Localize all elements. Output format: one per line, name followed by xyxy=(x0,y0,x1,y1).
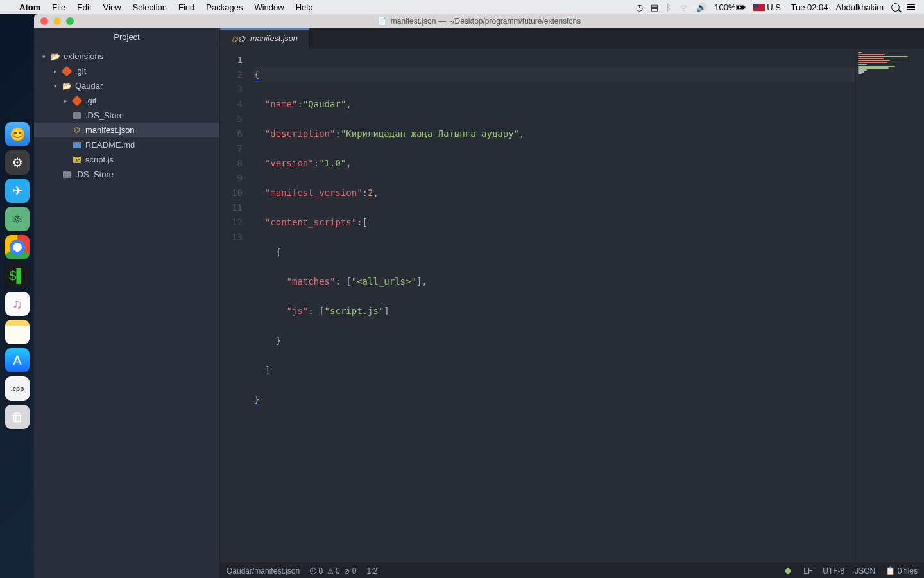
tab-manifest[interactable]: ⌬ manifest.json xyxy=(220,28,310,49)
js-file-icon xyxy=(73,157,81,163)
document-icon: 📄 xyxy=(377,17,387,26)
dock-notes-icon[interactable] xyxy=(5,320,30,344)
status-file-path[interactable]: Qaudar/manifest.json xyxy=(227,566,300,575)
status-files-count[interactable]: 📋 0 files xyxy=(886,566,918,575)
file-icon xyxy=(73,112,81,119)
tree-label: .git xyxy=(75,66,86,76)
status-encoding[interactable]: UTF-8 xyxy=(823,566,844,575)
volume-icon[interactable]: 🔊 xyxy=(696,3,706,12)
tree-label: .git xyxy=(85,96,96,105)
dock-appstore-icon[interactable]: A xyxy=(5,348,30,372)
menu-find[interactable]: Find xyxy=(178,3,194,12)
user-menu[interactable]: Abdulkhakim xyxy=(836,3,884,12)
folder-open-icon xyxy=(62,82,71,91)
svg-rect-2 xyxy=(744,6,745,8)
project-tree[interactable]: ▾ extensions ▸ .git ▾ Qaudar ▸ . xyxy=(34,46,219,578)
notification-center-icon[interactable] xyxy=(907,4,915,10)
tree-label: .DS_Store xyxy=(75,170,114,179)
spotlight-icon[interactable] xyxy=(891,3,900,12)
window-title: 📄 manifest.json — ~/Desktop/programm/fut… xyxy=(34,17,924,26)
status-cursor-position[interactable]: 1:2 xyxy=(367,566,378,575)
atom-window: 📄 manifest.json — ~/Desktop/programm/fut… xyxy=(34,14,924,578)
git-icon xyxy=(72,95,83,106)
tree-file-script[interactable]: script.js xyxy=(34,152,219,167)
dock-atom-icon[interactable]: ⚛ xyxy=(5,207,30,231)
clock[interactable]: Tue 02:04 xyxy=(791,3,828,12)
dock-cpp-file-icon[interactable]: .cpp xyxy=(5,376,30,401)
tree-label: README.md xyxy=(85,140,135,150)
active-app-name[interactable]: Atom xyxy=(19,3,40,12)
menu-file[interactable]: File xyxy=(52,3,65,12)
menu-edit[interactable]: Edit xyxy=(77,3,91,12)
editor-pane: ⌬ manifest.json 12345678910111213 { "nam… xyxy=(220,28,924,578)
tree-label: extensions xyxy=(64,51,103,61)
window-titlebar[interactable]: 📄 manifest.json — ~/Desktop/programm/fut… xyxy=(34,14,924,28)
dock-terminal-icon[interactable]: $▌ xyxy=(5,263,30,288)
folder-open-icon xyxy=(51,52,60,61)
dock-telegram-icon[interactable]: ✈ xyxy=(5,179,30,203)
menu-help[interactable]: Help xyxy=(296,3,313,12)
menu-window[interactable]: Window xyxy=(254,3,284,12)
input-source[interactable]: U.S. xyxy=(753,3,783,12)
dock-itunes-icon[interactable]: ♫ xyxy=(5,292,30,316)
wifi-icon[interactable] xyxy=(679,3,689,12)
tree-label: Qaudar xyxy=(75,81,103,91)
display-icon[interactable]: ▤ xyxy=(651,3,658,12)
file-icon xyxy=(63,171,71,178)
warning-icon xyxy=(327,566,334,575)
project-sidebar: Project ▾ extensions ▸ .git ▾ Qaudar xyxy=(34,28,220,578)
status-diagnostics[interactable]: 0 0 0 xyxy=(310,566,356,575)
text-editor[interactable]: 12345678910111213 { "name":"Qaudar", "de… xyxy=(220,49,855,563)
chevron-down-icon[interactable]: ▾ xyxy=(40,53,47,60)
menu-packages[interactable]: Packages xyxy=(206,3,243,12)
tree-file-manifest[interactable]: manifest.json xyxy=(34,123,219,137)
timemachine-icon[interactable]: ◷ xyxy=(636,3,643,12)
dock-settings-icon[interactable]: ⚙ xyxy=(5,150,30,175)
error-icon xyxy=(344,566,350,575)
tab-bar[interactable]: ⌬ manifest.json xyxy=(220,28,924,49)
json-file-icon: ⌬ xyxy=(232,34,245,44)
dock-trash-icon[interactable]: 🗑 xyxy=(5,405,30,429)
info-icon xyxy=(310,568,316,574)
status-bar: Qaudar/manifest.json 0 0 0 1:2 LF UTF-8 … xyxy=(220,563,924,578)
tree-label: .DS_Store xyxy=(85,110,124,120)
markdown-file-icon xyxy=(73,142,81,148)
line-number-gutter[interactable]: 12345678910111213 xyxy=(220,49,249,563)
tree-git-folder[interactable]: ▸ .git xyxy=(34,64,219,78)
sidebar-tab-project[interactable]: Project xyxy=(34,28,219,46)
dock-finder-icon[interactable]: 😊 xyxy=(5,122,30,146)
menu-view[interactable]: View xyxy=(103,3,121,12)
tree-file-readme[interactable]: README.md xyxy=(34,137,219,152)
status-grammar[interactable]: JSON xyxy=(855,566,875,575)
tree-file-dsstore[interactable]: .DS_Store xyxy=(34,108,219,123)
dock-chrome-icon[interactable] xyxy=(5,235,30,259)
tree-label: manifest.json xyxy=(85,125,135,135)
json-file-icon xyxy=(73,126,81,135)
chevron-down-icon[interactable]: ▾ xyxy=(52,83,58,89)
minimap[interactable] xyxy=(855,49,924,563)
chevron-right-icon[interactable]: ▸ xyxy=(52,68,58,74)
dock: 😊 ⚙ ✈ ⚛ $▌ ♫ A .cpp 🗑 xyxy=(1,122,33,429)
tree-label: script.js xyxy=(85,155,114,164)
tree-git-folder[interactable]: ▸ .git xyxy=(34,93,219,108)
code-content[interactable]: { "name":"Qaudar", "description":"Кирили… xyxy=(249,49,855,563)
bluetooth-icon[interactable]: ᛒ xyxy=(666,3,671,12)
battery-status[interactable]: 100% xyxy=(714,3,745,12)
tree-file-dsstore[interactable]: .DS_Store xyxy=(34,167,219,182)
chevron-right-icon[interactable]: ▸ xyxy=(62,98,69,104)
git-icon xyxy=(62,66,73,76)
tree-folder-qaudar[interactable]: ▾ Qaudar xyxy=(34,78,219,93)
status-git-indicator[interactable] xyxy=(785,566,793,575)
menu-selection[interactable]: Selection xyxy=(133,3,167,12)
macos-menubar: Atom File Edit View Selection Find Packa… xyxy=(0,0,924,14)
status-line-ending[interactable]: LF xyxy=(803,566,812,575)
tab-label: manifest.json xyxy=(250,34,298,43)
tree-root-folder[interactable]: ▾ extensions xyxy=(34,49,219,64)
